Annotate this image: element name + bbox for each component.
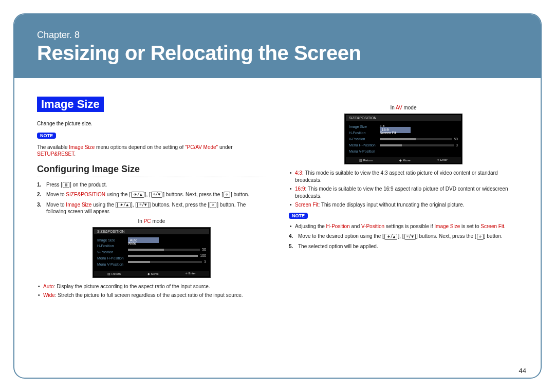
page-title: Resizing or Relocating the Screen [37, 42, 518, 65]
t: : Stretch the picture to full screen reg… [55, 292, 243, 298]
step-text: Move to SIZE&POSITION using the [🕩/▲], [… [46, 191, 249, 198]
t: under [218, 144, 232, 150]
osd-label: V-Position [349, 136, 376, 142]
t: : This mode is suitable to view the 16:9… [295, 186, 508, 199]
t: using the [ [105, 192, 131, 197]
osd-slider [380, 138, 452, 140]
t: Move to [46, 192, 66, 197]
osd-values: 4:3 16:9 Screen Fit 50 3 [380, 124, 458, 154]
osd-label: H-Position [97, 243, 124, 249]
menu-icon: ▥ [63, 182, 69, 188]
osd-label: H-Position [349, 130, 376, 136]
t: . [74, 151, 76, 157]
t: menu options depend on the setting of [95, 144, 185, 150]
t: settings is possible if [384, 223, 434, 229]
t: ], [ [398, 233, 403, 239]
t: Image Size [69, 144, 95, 150]
t: Image Size [434, 223, 460, 229]
step-text: Move to the desired option using the [🕩/… [298, 233, 503, 240]
t: Image Size [66, 202, 91, 208]
t: 4:3 [295, 170, 302, 176]
page-number: 44 [519, 367, 526, 375]
osd-label: Menu V-Position [97, 262, 124, 268]
osd-label: Menu H-Position [97, 255, 124, 262]
t: Adjusting the [295, 223, 326, 229]
osd-option: Screen Fit [380, 130, 396, 136]
step-text: The selected option will be applied. [298, 243, 378, 250]
osd-label: Menu V-Position [349, 148, 376, 155]
osd-label: Image Size [349, 124, 376, 130]
t: Auto [43, 284, 54, 289]
osd-labels: Image Size H-Position V-Position Menu H-… [349, 124, 376, 154]
content-columns: Image Size Change the picture size. NOTE… [14, 78, 541, 301]
note2: Adjusting the H-Position and V-Position … [289, 223, 518, 230]
osd-body: Image Size H-Position V-Position Menu H-… [346, 121, 461, 155]
t: H-Position [326, 223, 350, 229]
step-4: 4. Move to the desired option using the … [289, 233, 518, 240]
subsection-title: Configuring Image Size [37, 164, 266, 177]
osd-val: 50 [202, 247, 206, 253]
osd-foot-item: ⎆ Enter [186, 272, 196, 275]
t: ], [ [131, 202, 137, 208]
osd-footer: ▥ Return ◆ Move ⎆ Enter [94, 271, 209, 276]
t: ] buttons. Next, press the [ [416, 233, 476, 239]
osd-slider [128, 249, 200, 251]
osd-label: V-Position [97, 249, 124, 255]
enter-icon: ⎆ [477, 234, 484, 240]
t: mode [402, 105, 417, 110]
t: . [504, 223, 506, 229]
chapter-header: Chapter. 8 Resizing or Relocating the Sc… [14, 14, 541, 78]
t: : This mode is suitable to view the 4:3 … [295, 170, 498, 183]
bright-down-icon: ☼/▼ [151, 192, 162, 198]
note-text: The available Image Size menu options de… [37, 144, 266, 158]
pc-mode-bullets: Auto: Display the picture according to t… [37, 283, 266, 299]
chapter-label: Chapter. 8 [37, 30, 518, 41]
osd-val: 100 [200, 253, 206, 259]
t: : Display the picture according to the a… [54, 284, 210, 289]
bright-down-icon: ☼/▼ [137, 202, 149, 208]
osd-foot-item: ▥ Return [359, 158, 373, 162]
enter-icon: ⎆ [224, 192, 230, 198]
steps-list-continued: 4. Move to the desired option using the … [289, 233, 518, 250]
osd-foot-item: ▥ Return [107, 272, 121, 275]
t: mode [151, 218, 165, 224]
step-3: 3. Move to Image Size using the [🕩/▲], [… [37, 201, 266, 215]
note2-list: Adjusting the H-Position and V-Position … [289, 223, 518, 230]
step-text: Move to Image Size using the [🕩/▲], [☼/▼… [46, 201, 266, 215]
t: ] button. [484, 233, 503, 239]
left-column: Image Size Change the picture size. NOTE… [37, 97, 266, 301]
osd-foot-item: ⎆ Enter [437, 158, 448, 162]
step-2: 2. Move to SIZE&POSITION using the [🕩/▲]… [37, 191, 266, 198]
osd-val: 3 [456, 142, 458, 148]
osd-label: Menu H-Position [349, 142, 376, 148]
t: Move to [46, 202, 66, 208]
t: SIZE&POSITION [66, 192, 105, 197]
vol-up-icon: 🕩/▲ [384, 234, 398, 240]
note-badge: NOTE [289, 213, 308, 219]
step-5: 5. The selected option will be applied. [289, 243, 518, 250]
t: The available [37, 144, 69, 150]
step-1: 1. Press [▥] on the product. [37, 181, 266, 189]
t: and [350, 223, 361, 229]
t: : This mode displays input without trunc… [319, 202, 465, 208]
intro-text: Change the picture size. [37, 120, 266, 127]
osd-body: Image Size H-Position V-Position Menu H-… [94, 234, 209, 269]
osd-foot-item: ◆ Move [399, 158, 410, 162]
steps-list: 1. Press [▥] on the product. 2. Move to … [37, 181, 266, 215]
av-mode-label: In AV mode [289, 105, 518, 110]
bullet-screen-fit: Screen Fit: This mode displays input wit… [289, 201, 518, 209]
osd-title: SIZE&POSITION [94, 229, 209, 234]
t: is set to [460, 223, 480, 229]
osd-labels: Image Size H-Position V-Position Menu H-… [97, 237, 124, 268]
osd-slider [380, 144, 454, 146]
section-badge-image-size: Image Size [37, 97, 104, 112]
osd-slider [128, 261, 202, 263]
osd-val: 50 [454, 136, 458, 142]
vol-up-icon: 🕩/▲ [117, 202, 131, 208]
t: Move to the desired option using the [ [298, 233, 384, 239]
enter-icon: ⎆ [210, 202, 216, 208]
osd-label: Image Size [97, 237, 124, 244]
step-num: 5. [289, 243, 296, 250]
t: V-Position [361, 223, 384, 229]
t: Press [ [46, 182, 62, 188]
